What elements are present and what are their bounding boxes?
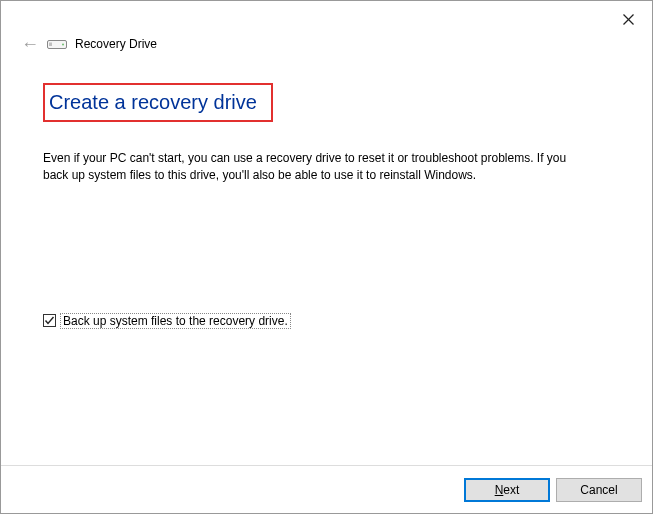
svg-rect-3 [49,43,52,47]
wizard-header: ← Recovery Drive [1,1,652,53]
heading-highlight: Create a recovery drive [43,83,273,122]
next-button[interactable]: Next [464,478,550,502]
backup-checkbox[interactable] [43,314,56,327]
page-heading: Create a recovery drive [49,91,257,114]
backup-checkbox-label[interactable]: Back up system files to the recovery dri… [60,313,291,329]
page-description: Even if your PC can't start, you can use… [43,150,583,185]
close-button[interactable] [616,7,640,31]
backup-checkbox-row: Back up system files to the recovery dri… [43,313,610,329]
wizard-footer: Next Cancel [1,465,652,513]
cancel-button[interactable]: Cancel [556,478,642,502]
drive-icon [47,38,67,50]
content-area: Create a recovery drive Even if your PC … [1,53,652,329]
svg-point-4 [62,44,64,46]
window-title: Recovery Drive [75,37,157,51]
back-arrow-icon: ← [21,35,39,53]
